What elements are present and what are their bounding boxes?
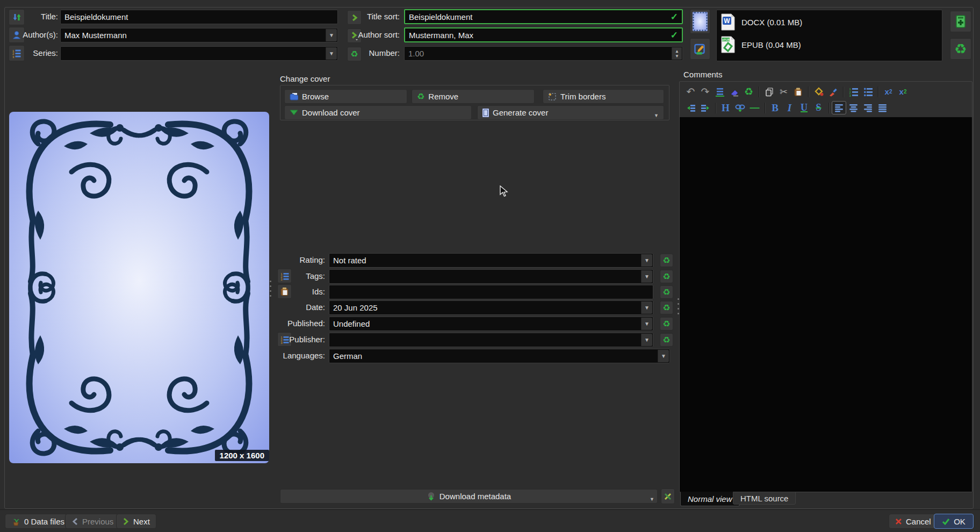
comments-toolbar-row2: H — B I U S — [683, 101, 890, 114]
ok-button[interactable]: OK — [934, 514, 974, 529]
date-label: Date: — [258, 300, 325, 314]
configure-metadata-download-button[interactable] — [661, 488, 675, 504]
cancel-x-icon — [895, 518, 902, 525]
title-label: Title: — [27, 10, 58, 24]
undo-icon[interactable]: ↶ — [683, 85, 698, 98]
authors-label: Author(s): — [16, 28, 58, 42]
title-sort-input[interactable]: Beispieldokument ✓ — [404, 9, 683, 24]
download-cover-label: Download cover — [302, 108, 360, 117]
author-sort-input[interactable]: Mustermann, Max ✓ — [404, 27, 683, 42]
clear-ids-button[interactable]: ♻ — [660, 285, 673, 299]
cover-thumbnail-button[interactable] — [690, 9, 710, 34]
published-dropdown-arrow[interactable]: ▼ — [641, 318, 652, 330]
languages-dropdown-arrow[interactable]: ▼ — [658, 350, 669, 362]
series-number-spinner[interactable]: 1.00 ▲▼ — [404, 46, 683, 61]
tab-html-source[interactable]: HTML source — [733, 492, 796, 505]
chevron-left-icon — [71, 517, 78, 526]
clear-tags-button[interactable]: ♻ — [660, 270, 673, 283]
comments-toolbar-row1: ↶ ↷ ♻ ✂ 123 x2 x2 — [683, 85, 910, 98]
plant-pot-icon — [11, 517, 20, 526]
series-combo[interactable]: ▼ — [60, 46, 338, 61]
select-all-icon[interactable] — [712, 85, 727, 98]
comments-editor[interactable] — [680, 117, 972, 492]
ids-input[interactable] — [329, 285, 653, 299]
download-cover-button[interactable]: Download cover — [284, 105, 472, 120]
series-dropdown-arrow[interactable]: ▼ — [326, 47, 337, 60]
cover-image[interactable]: 1200 x 1600 — [9, 112, 269, 463]
authors-combo[interactable]: Max Mustermann ▼ — [60, 28, 338, 42]
splitter-handle-left[interactable] — [270, 281, 271, 297]
download-metadata-icon — [427, 492, 436, 501]
horizontal-rule-icon[interactable]: — — [747, 101, 762, 114]
format-row-epub[interactable]: ePUB EPUB (0.04 MB) — [721, 36, 801, 53]
tags-dropdown-arrow[interactable]: ▼ — [641, 270, 652, 283]
swap-title-author-button[interactable] — [9, 9, 25, 25]
remove-format-button[interactable]: ♻ — [950, 38, 971, 60]
redo-icon[interactable]: ↷ — [698, 85, 712, 98]
tags-label: Tags: — [258, 269, 325, 283]
browse-cover-button[interactable]: Browse — [284, 89, 407, 104]
publisher-dropdown-arrow[interactable]: ▼ — [641, 334, 652, 346]
trim-borders-button[interactable]: Trim borders — [543, 89, 664, 104]
ok-label: OK — [954, 517, 965, 526]
data-files-button[interactable]: 0 Data files — [5, 514, 71, 529]
rating-combo[interactable]: Not rated ▼ — [329, 253, 653, 268]
download-metadata-button[interactable]: Download metadata ▼ — [280, 489, 658, 504]
clear-comments-icon[interactable]: ♻ — [741, 85, 756, 98]
clear-publisher-button[interactable]: ♻ — [660, 333, 673, 347]
align-justify-icon[interactable] — [875, 101, 890, 114]
generate-cover-button[interactable]: Generate cover ▼ — [477, 105, 664, 120]
edit-cover-button[interactable] — [690, 38, 710, 60]
unordered-list-icon[interactable] — [861, 85, 875, 98]
insert-link-icon[interactable] — [733, 101, 747, 114]
previous-button[interactable]: Previous — [65, 514, 120, 529]
toolbar-separator — [878, 87, 878, 97]
add-format-button[interactable] — [950, 11, 971, 32]
publisher-combo[interactable]: ▼ — [329, 333, 653, 347]
remove-cover-button[interactable]: ♻ Remove — [412, 89, 535, 104]
underline-icon[interactable]: U — [797, 101, 811, 114]
remove-formatting-icon[interactable] — [727, 85, 741, 98]
format-row-docx[interactable]: W DOCX (0.01 MB) — [721, 13, 802, 31]
align-left-icon[interactable] — [832, 101, 846, 114]
indent-less-icon[interactable] — [698, 101, 712, 114]
toolbar-separator — [808, 87, 809, 97]
tags-combo[interactable]: ▼ — [329, 269, 653, 284]
rating-dropdown-arrow[interactable]: ▼ — [641, 254, 652, 267]
authors-dropdown-arrow[interactable]: ▼ — [326, 29, 337, 41]
cancel-button[interactable]: Cancel — [889, 514, 938, 529]
clear-published-button[interactable]: ♻ — [660, 317, 673, 330]
clear-rating-button[interactable]: ♻ — [660, 254, 673, 267]
background-color-icon[interactable] — [811, 85, 826, 98]
copy-icon[interactable] — [762, 85, 776, 98]
next-button[interactable]: Next — [116, 514, 156, 529]
italic-icon[interactable]: I — [782, 101, 797, 114]
superscript-icon[interactable]: x2 — [881, 85, 896, 98]
docx-file-icon: W — [721, 13, 735, 31]
heading-icon[interactable]: H — [718, 101, 733, 114]
align-center-icon[interactable] — [846, 101, 861, 114]
ordered-list-icon[interactable]: 123 — [846, 85, 861, 98]
paste-icon[interactable] — [791, 85, 805, 98]
indent-more-icon[interactable] — [683, 101, 698, 114]
align-right-icon[interactable] — [861, 101, 875, 114]
recycle-icon: ♻ — [662, 320, 670, 328]
ids-label: Ids: — [258, 285, 325, 299]
formats-list[interactable]: W DOCX (0.01 MB) ePUB EPUB (0.04 MB) — [716, 10, 942, 61]
title-input[interactable]: Beispieldokument — [60, 10, 338, 24]
clear-date-button[interactable]: ♻ — [660, 301, 673, 314]
cut-icon[interactable]: ✂ — [776, 85, 791, 98]
date-dropdown-arrow[interactable]: ▼ — [641, 301, 652, 314]
date-picker[interactable]: 20 Jun 2025 ▼ — [329, 300, 653, 315]
published-value: Undefined — [333, 319, 649, 328]
recycle-icon: ♻ — [662, 304, 670, 312]
published-picker[interactable]: Undefined ▼ — [329, 317, 653, 331]
bold-icon[interactable]: B — [768, 101, 782, 114]
tab-normal-view[interactable]: Normal view — [680, 492, 740, 506]
languages-combo[interactable]: German ▼ — [329, 349, 670, 363]
subscript-icon[interactable]: x2 — [896, 85, 910, 98]
spinner-arrows[interactable]: ▲▼ — [672, 47, 682, 60]
strikethrough-icon[interactable]: S — [811, 101, 826, 114]
cover-size-badge: 1200 x 1600 — [215, 450, 269, 461]
foreground-color-icon[interactable] — [826, 85, 840, 98]
